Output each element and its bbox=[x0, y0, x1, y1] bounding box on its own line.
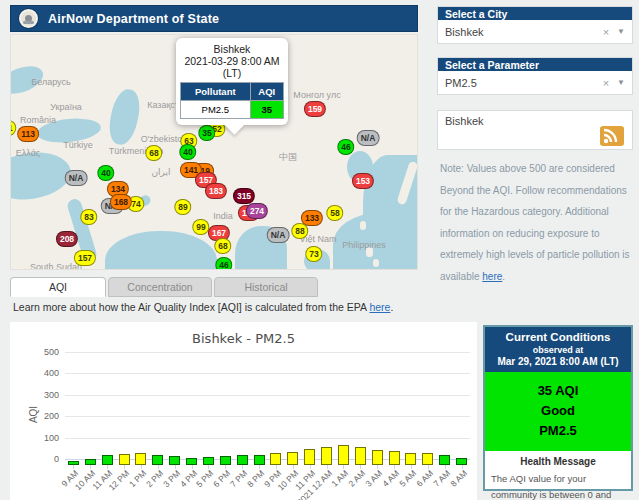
note-text: Note: Values above 500 are considered Be… bbox=[440, 163, 630, 282]
caspian-sea-shape bbox=[105, 87, 143, 147]
country-label: Türkiye bbox=[63, 140, 93, 150]
arabian-sea-shape bbox=[105, 231, 217, 270]
aqi-marker[interactable]: 113 bbox=[17, 126, 39, 142]
current-conditions-header: Current Conditions observed at Mar 29, 2… bbox=[485, 327, 631, 372]
aqi-marker[interactable]: N/A bbox=[65, 170, 88, 186]
parameter-caret-icon[interactable]: ▼ bbox=[617, 78, 625, 87]
tab-concentration[interactable]: Concentration bbox=[108, 277, 212, 297]
chart-plot-area: AQI 01002003004005009 AM10 AM11 AM12 PM1… bbox=[65, 352, 470, 465]
rss-feed-icon[interactable] bbox=[600, 126, 624, 146]
popup-city: Bishkek bbox=[180, 43, 284, 55]
aqi-marker[interactable]: 153 bbox=[352, 173, 374, 189]
country-label: Беларусь bbox=[31, 77, 70, 87]
chart-bar bbox=[304, 449, 315, 465]
chart-bar bbox=[338, 445, 349, 465]
chart-bar bbox=[135, 453, 146, 465]
chart-title: Bishkek - PM2.5 bbox=[10, 331, 477, 346]
chart-bar bbox=[102, 455, 113, 465]
aqi-map[interactable]: БеларусьУкраїнаRomâniaTürkiyeΕλλάςКазақс… bbox=[10, 34, 418, 270]
aqi-marker[interactable]: 159 bbox=[304, 101, 326, 117]
aqi-marker[interactable]: 68 bbox=[145, 145, 162, 161]
taiwan-island-shape bbox=[360, 221, 366, 230]
chart-bar bbox=[287, 452, 298, 465]
tab-historical[interactable]: Historical bbox=[214, 277, 318, 297]
chart-gridline bbox=[65, 373, 470, 374]
select-parameter-panel: Select a Parameter PM2.5 × ▼ bbox=[437, 57, 633, 95]
chart-bar bbox=[237, 455, 248, 465]
popup-col-aqi: AQI bbox=[250, 83, 283, 101]
popup-col-pollutant: Pollutant bbox=[181, 83, 251, 101]
chart-bar bbox=[220, 456, 231, 465]
chart-bar bbox=[355, 447, 366, 465]
chart-bar bbox=[321, 447, 332, 465]
country-label: 中国 bbox=[279, 151, 297, 164]
current-conditions-title: Current Conditions bbox=[487, 331, 629, 343]
aqi-marker[interactable]: 68 bbox=[214, 238, 231, 254]
aqi-marker[interactable]: 40 bbox=[179, 144, 196, 160]
city-clear-icon[interactable]: × bbox=[603, 26, 609, 38]
aqi-marker[interactable]: 58 bbox=[326, 205, 343, 221]
chart-bar bbox=[422, 453, 433, 465]
aqi-marker[interactable]: 35 bbox=[198, 125, 215, 141]
country-label: ايران bbox=[151, 167, 170, 177]
chart-gridline bbox=[65, 395, 470, 396]
health-message-block: Health Message The AQI value for your co… bbox=[485, 451, 631, 500]
popup-pollutant-value: PM2.5 bbox=[181, 101, 251, 119]
chart-bar bbox=[372, 450, 383, 465]
chart-bar bbox=[203, 457, 214, 465]
country-label: România bbox=[20, 115, 56, 125]
aqi-marker[interactable]: 89 bbox=[174, 199, 191, 215]
chart-y-tick-label: 500 bbox=[44, 347, 65, 357]
current-aqi-value: 35 AQI bbox=[485, 381, 631, 401]
aqi-marker[interactable]: 208 bbox=[56, 231, 78, 247]
country-label: South Sudan bbox=[30, 262, 82, 270]
aqi-marker[interactable]: N/A bbox=[357, 130, 380, 146]
chart-bar bbox=[439, 455, 450, 465]
health-message-text: The AQI value for your community is betw… bbox=[491, 471, 625, 500]
select-parameter-header: Select a Parameter bbox=[438, 58, 632, 71]
app-title: AirNow Department of State bbox=[48, 12, 219, 26]
view-tabs: AQIConcentrationHistorical bbox=[10, 277, 320, 297]
aqi-marker[interactable]: 168 bbox=[110, 194, 132, 210]
current-pollutant: PM2.5 bbox=[485, 421, 631, 441]
chart-bar bbox=[186, 458, 197, 465]
health-message-title: Health Message bbox=[491, 456, 625, 467]
aqi-marker[interactable]: 46 bbox=[215, 257, 232, 270]
aqi-marker[interactable]: 157 bbox=[74, 250, 96, 266]
chart-bar bbox=[456, 458, 467, 465]
aqi-marker[interactable]: 40 bbox=[97, 165, 114, 181]
city-select-value: Bishkek bbox=[445, 26, 603, 38]
parameter-select[interactable]: PM2.5 × ▼ bbox=[438, 71, 632, 94]
aqi-chart-card: Bishkek - PM2.5 AQI 01002003004005009 AM… bbox=[10, 322, 477, 500]
aqi-marker[interactable]: N/A bbox=[267, 227, 290, 243]
aqi-marker[interactable]: 183 bbox=[205, 183, 227, 199]
country-label: India bbox=[213, 211, 233, 221]
popup-table: Pollutant AQI PM2.5 35 bbox=[180, 82, 284, 119]
chart-y-tick-label: 300 bbox=[44, 390, 65, 400]
city-caret-icon[interactable]: ▼ bbox=[617, 27, 625, 36]
note-suffix: . bbox=[502, 271, 505, 282]
parameter-select-value: PM2.5 bbox=[445, 77, 603, 89]
country-label: Монгол улс bbox=[293, 90, 340, 100]
chart-bar bbox=[119, 454, 130, 465]
aqi-marker[interactable]: 315 bbox=[233, 188, 255, 204]
rss-box: Bishkek bbox=[437, 110, 633, 150]
aqi-marker[interactable]: 81 bbox=[10, 120, 17, 136]
chart-bar bbox=[169, 456, 180, 465]
aqi-marker[interactable]: 83 bbox=[80, 209, 97, 225]
note-here-link[interactable]: here bbox=[482, 271, 502, 282]
learn-more-suffix: . bbox=[390, 301, 393, 313]
select-city-panel: Select a City Bishkek × ▼ bbox=[437, 6, 633, 44]
chart-y-tick-label: 100 bbox=[44, 433, 65, 443]
chart-y-axis-label: AQI bbox=[28, 405, 39, 422]
map-popup[interactable]: Bishkek 2021-03-29 8:00 AM (LT) Pollutan… bbox=[176, 38, 288, 125]
chart-bar bbox=[152, 455, 163, 465]
popup-datetime: 2021-03-29 8:00 AM bbox=[180, 55, 284, 67]
epa-here-link[interactable]: here bbox=[369, 301, 390, 313]
parameter-clear-icon[interactable]: × bbox=[603, 77, 609, 89]
city-select[interactable]: Bishkek × ▼ bbox=[438, 20, 632, 43]
current-aqi-category: Good bbox=[485, 401, 631, 421]
tab-aqi[interactable]: AQI bbox=[10, 277, 106, 297]
aqi-marker[interactable]: 274 bbox=[246, 203, 268, 219]
rss-city-label: Bishkek bbox=[445, 115, 625, 127]
